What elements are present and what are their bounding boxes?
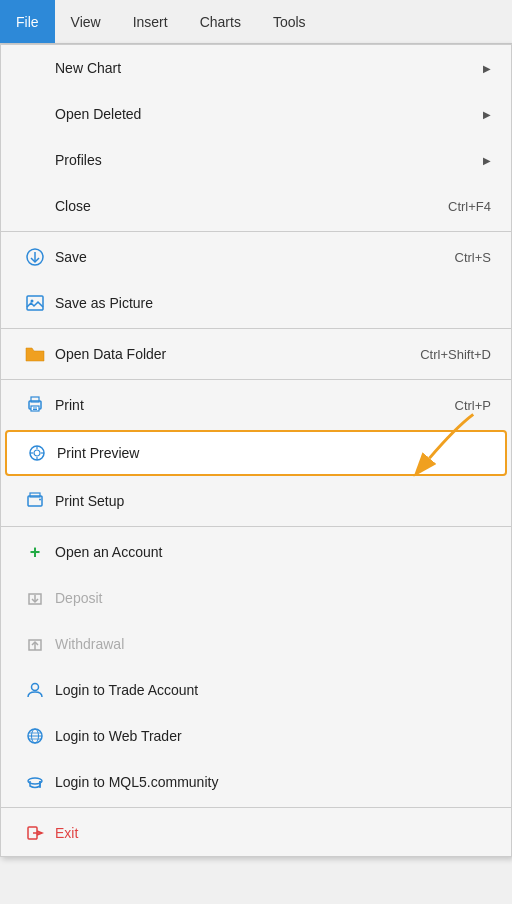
svg-point-17 xyxy=(39,499,41,501)
menu-item-open-account[interactable]: + Open an Account xyxy=(1,529,511,575)
divider-3 xyxy=(1,379,511,380)
submenu-arrow: ▶ xyxy=(483,63,491,74)
save-icon xyxy=(21,247,49,267)
divider-2 xyxy=(1,328,511,329)
folder-icon xyxy=(21,344,49,364)
submenu-arrow: ▶ xyxy=(483,109,491,120)
menu-item-open-data-folder[interactable]: Open Data Folder Ctrl+Shift+D xyxy=(1,331,511,377)
menu-item-exit[interactable]: Exit xyxy=(1,810,511,856)
menu-item-deposit: Deposit xyxy=(1,575,511,621)
menu-item-save[interactable]: Save Ctrl+S xyxy=(1,234,511,280)
menu-item-withdrawal: Withdrawal xyxy=(1,621,511,667)
globe-icon xyxy=(21,726,49,746)
menu-file[interactable]: File xyxy=(0,0,55,43)
picture-icon xyxy=(21,293,49,313)
file-dropdown: New Chart ▶ Open Deleted ▶ Profiles ▶ Cl… xyxy=(0,44,512,857)
menu-item-save-as-picture[interactable]: Save as Picture xyxy=(1,280,511,326)
exit-icon xyxy=(21,823,49,843)
print-icon xyxy=(21,395,49,415)
person-icon xyxy=(21,680,49,700)
divider-5 xyxy=(1,807,511,808)
menu-item-new-chart[interactable]: New Chart ▶ xyxy=(1,45,511,91)
menu-charts[interactable]: Charts xyxy=(184,0,257,43)
menu-insert[interactable]: Insert xyxy=(117,0,184,43)
menu-item-open-deleted[interactable]: Open Deleted ▶ xyxy=(1,91,511,137)
svg-point-10 xyxy=(34,450,40,456)
withdrawal-icon xyxy=(21,634,49,654)
menu-view[interactable]: View xyxy=(55,0,117,43)
print-preview-icon xyxy=(23,443,51,463)
divider-4 xyxy=(1,526,511,527)
plus-icon: + xyxy=(21,542,49,563)
deposit-icon xyxy=(21,588,49,608)
menu-item-print-preview[interactable]: Print Preview xyxy=(5,430,507,476)
divider-1 xyxy=(1,231,511,232)
menu-bar: File View Insert Charts Tools xyxy=(0,0,512,44)
menu-tools[interactable]: Tools xyxy=(257,0,322,43)
svg-point-20 xyxy=(32,684,39,691)
menu-item-profiles[interactable]: Profiles ▶ xyxy=(1,137,511,183)
menu-item-login-trade[interactable]: Login to Trade Account xyxy=(1,667,511,713)
print-setup-icon xyxy=(21,491,49,511)
menu-item-print-setup[interactable]: Print Setup xyxy=(1,478,511,524)
submenu-arrow: ▶ xyxy=(483,155,491,166)
svg-rect-2 xyxy=(27,296,43,310)
menu-item-login-mql5[interactable]: Login to MQL5.community xyxy=(1,759,511,805)
menu-item-close[interactable]: Close Ctrl+F4 xyxy=(1,183,511,229)
menu-item-login-web[interactable]: Login to Web Trader xyxy=(1,713,511,759)
cap-icon xyxy=(21,772,49,792)
menu-item-print[interactable]: Print Ctrl+P xyxy=(1,382,511,428)
